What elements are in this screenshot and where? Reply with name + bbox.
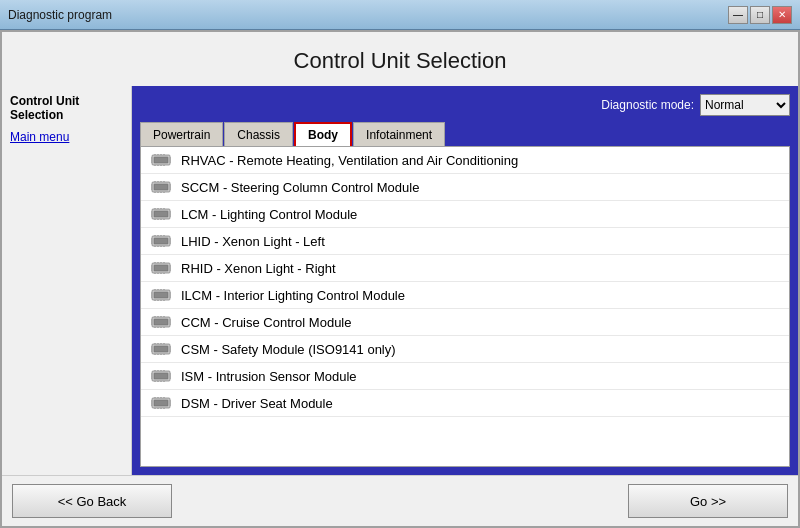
module-icon [149, 233, 173, 249]
module-list[interactable]: RHVAC - Remote Heating, Ventilation and … [140, 146, 790, 467]
content-row: Control Unit Selection Main menu Diagnos… [2, 86, 798, 475]
module-icon [149, 314, 173, 330]
go-next-button[interactable]: Go >> [628, 484, 788, 518]
list-item-label: ILCM - Interior Lighting Control Module [181, 288, 405, 303]
diagnostic-mode-label: Diagnostic mode: [601, 98, 694, 112]
svg-rect-145 [154, 400, 168, 406]
svg-rect-17 [154, 184, 168, 190]
bottom-bar: << Go Back Go >> [2, 475, 798, 526]
svg-rect-65 [154, 265, 168, 271]
list-item[interactable]: RHID - Xenon Light - Right [141, 255, 789, 282]
list-item[interactable]: ISM - Intrusion Sensor Module [141, 363, 789, 390]
list-item-label: CCM - Cruise Control Module [181, 315, 352, 330]
svg-rect-1 [154, 157, 168, 163]
close-button[interactable]: ✕ [772, 6, 792, 24]
tab-chassis[interactable]: Chassis [224, 122, 293, 146]
svg-rect-97 [154, 319, 168, 325]
svg-rect-113 [154, 346, 168, 352]
module-icon [149, 152, 173, 168]
module-icon [149, 287, 173, 303]
go-back-button[interactable]: << Go Back [12, 484, 172, 518]
tab-infotainment[interactable]: Infotainment [353, 122, 445, 146]
main-window: Control Unit Selection Control Unit Sele… [0, 30, 800, 528]
list-item[interactable]: LCM - Lighting Control Module [141, 201, 789, 228]
module-icon [149, 179, 173, 195]
list-item-label: SCCM - Steering Column Control Module [181, 180, 419, 195]
tab-body[interactable]: Body [294, 122, 352, 146]
list-item[interactable]: SCCM - Steering Column Control Module [141, 174, 789, 201]
list-item-label: LCM - Lighting Control Module [181, 207, 357, 222]
list-item[interactable]: ILCM - Interior Lighting Control Module [141, 282, 789, 309]
list-item-label: DSM - Driver Seat Module [181, 396, 333, 411]
list-item-label: RHID - Xenon Light - Right [181, 261, 336, 276]
module-icon [149, 260, 173, 276]
maximize-button[interactable]: □ [750, 6, 770, 24]
diagnostic-mode-select[interactable]: Normal Extended [700, 94, 790, 116]
minimize-button[interactable]: — [728, 6, 748, 24]
module-icon [149, 395, 173, 411]
diagnostic-mode-bar: Diagnostic mode: Normal Extended [140, 94, 790, 116]
window-title: Diagnostic program [8, 8, 112, 22]
svg-rect-49 [154, 238, 168, 244]
module-icon [149, 368, 173, 384]
svg-rect-129 [154, 373, 168, 379]
window-controls: — □ ✕ [728, 6, 792, 24]
module-icon [149, 341, 173, 357]
list-item-label: RHVAC - Remote Heating, Ventilation and … [181, 153, 518, 168]
module-icon [149, 206, 173, 222]
sidebar: Control Unit Selection Main menu [2, 86, 132, 475]
list-item[interactable]: DSM - Driver Seat Module [141, 390, 789, 417]
list-item[interactable]: CCM - Cruise Control Module [141, 309, 789, 336]
sidebar-main-menu-link[interactable]: Main menu [10, 130, 123, 144]
list-item-label: ISM - Intrusion Sensor Module [181, 369, 357, 384]
list-item-label: CSM - Safety Module (ISO9141 only) [181, 342, 396, 357]
tab-powertrain[interactable]: Powertrain [140, 122, 223, 146]
svg-rect-33 [154, 211, 168, 217]
svg-rect-81 [154, 292, 168, 298]
sidebar-active-item: Control Unit Selection [10, 94, 123, 122]
list-item[interactable]: RHVAC - Remote Heating, Ventilation and … [141, 147, 789, 174]
page-title: Control Unit Selection [2, 32, 798, 86]
list-item[interactable]: LHID - Xenon Light - Left [141, 228, 789, 255]
list-item-label: LHID - Xenon Light - Left [181, 234, 325, 249]
main-content: Diagnostic mode: Normal Extended Powertr… [132, 86, 798, 475]
list-item[interactable]: CSM - Safety Module (ISO9141 only) [141, 336, 789, 363]
tabs-container: Powertrain Chassis Body Infotainment [140, 122, 790, 146]
title-bar: Diagnostic program — □ ✕ [0, 0, 800, 30]
